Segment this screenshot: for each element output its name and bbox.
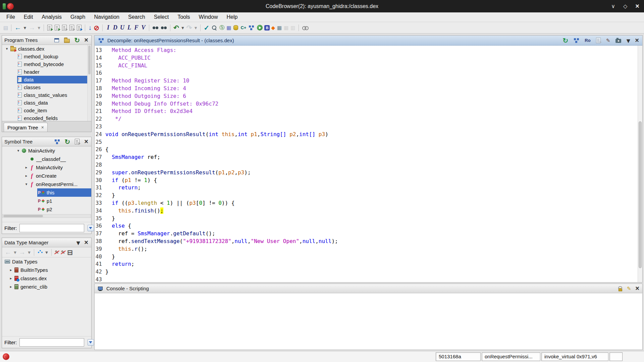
tree-item-classes-dex[interactable]: ▾classes.dex: [2, 45, 91, 53]
copy-button[interactable]: [596, 38, 601, 43]
toggle-labels-button[interactable]: L: [126, 24, 132, 31]
close-panel-button[interactable]: ×: [84, 138, 89, 146]
close-window-button[interactable]: ×: [635, 2, 640, 10]
code-line[interactable]: 36 else {: [95, 222, 638, 230]
memory-page-button-3[interactable]: [62, 25, 67, 31]
snapshot-button[interactable]: [75, 139, 79, 144]
memory-page-button-5[interactable]: [77, 25, 82, 31]
tree-window-button[interactable]: [54, 38, 59, 42]
link-navigation-button[interactable]: [302, 26, 308, 29]
menu-select[interactable]: Select: [150, 13, 173, 21]
expand-arrow[interactable]: ▸: [8, 285, 14, 289]
redo-button[interactable]: ↷: [186, 24, 193, 32]
code-line[interactable]: 13 Method Access Flags:: [95, 47, 638, 54]
open-program-folder-button[interactable]: [64, 39, 70, 43]
code-line[interactable]: 34 this.finish();: [95, 207, 638, 215]
save-button[interactable]: ▤: [3, 24, 9, 32]
expand-arrow[interactable]: ▸: [23, 174, 29, 178]
toggle-data-button[interactable]: D: [112, 24, 118, 31]
memory-page-button-2[interactable]: [55, 25, 59, 31]
code-line[interactable]: 19 Method Outgoing Size: 6: [95, 93, 638, 100]
code-line[interactable]: 43: [95, 276, 638, 282]
redo-dropdown[interactable]: ▾: [193, 24, 198, 32]
menu-analysis[interactable]: Analysis: [37, 13, 66, 21]
font-size-sample[interactable]: Ro: [584, 38, 591, 43]
code-line[interactable]: 17 Method Register Size: 10: [95, 77, 638, 85]
tree-item-header[interactable]: header: [2, 68, 91, 76]
code-line[interactable]: 31 return;: [95, 184, 638, 192]
decompile-scrollbar[interactable]: [638, 46, 642, 282]
scroll-lock-button[interactable]: [619, 288, 622, 291]
close-panel-button[interactable]: ×: [84, 239, 89, 247]
auto-analyze-button[interactable]: ✓: [203, 24, 210, 32]
code-line[interactable]: 16: [95, 69, 638, 77]
expand-arrow[interactable]: ▸: [8, 276, 14, 281]
type-back-dropdown[interactable]: ▾: [13, 248, 17, 256]
tree-item-classes[interactable]: classes: [2, 83, 91, 91]
expand-arrow[interactable]: ▾: [15, 148, 21, 153]
code-line[interactable]: 30 if (p1 != 1) {: [95, 177, 638, 184]
undo-dropdown[interactable]: ▾: [180, 24, 185, 32]
code-line[interactable]: 23: [95, 123, 638, 131]
menu-help[interactable]: Help: [222, 13, 242, 21]
refresh-symbols-button[interactable]: ↻: [64, 138, 71, 146]
memory-map-button[interactable]: ▥: [290, 24, 296, 32]
expand-arrow[interactable]: ▸: [8, 268, 14, 272]
run-script-button[interactable]: [257, 25, 263, 31]
bookmarks-table-button[interactable]: ▦: [226, 24, 232, 32]
expand-arrow[interactable]: ▸: [23, 165, 29, 170]
search-memory-button[interactable]: [153, 26, 158, 29]
tree-item-oncreate[interactable]: ▸fonCreate: [2, 172, 91, 180]
code-line[interactable]: 32 }: [95, 192, 638, 199]
symbol-chart-button[interactable]: [54, 139, 60, 144]
tree-item-mainactivity[interactable]: ▾MainActivity: [2, 146, 91, 155]
script-manager-button[interactable]: Ⓢ: [219, 24, 225, 32]
filter-options-button[interactable]: [88, 339, 94, 346]
console-output[interactable]: [95, 293, 642, 350]
maximize-button[interactable]: ◇: [623, 2, 628, 10]
code-line[interactable]: 26{: [95, 146, 638, 154]
scrollbar-thumb[interactable]: [88, 46, 91, 74]
listing-table-button[interactable]: ▦: [276, 24, 282, 32]
scrollbar-thumb[interactable]: [3, 215, 43, 217]
decompiled-code[interactable]: 13 Method Access Flags: 14 ACC_PUBLIC15 …: [95, 46, 638, 282]
function-graph-button[interactable]: [249, 25, 254, 30]
tree-item-encoded-fields[interactable]: encoded_fields: [2, 114, 91, 121]
cpp-class-button[interactable]: C+: [240, 25, 247, 30]
code-line[interactable]: 41 return;: [95, 260, 638, 268]
shade-button[interactable]: ∨: [610, 2, 616, 10]
toggle-functions-button[interactable]: F: [133, 24, 140, 31]
disable-edit-filter-button[interactable]: ✎: [54, 248, 60, 256]
type-back-button[interactable]: ←: [4, 248, 12, 256]
tree-item-class-data[interactable]: class_data: [2, 99, 91, 107]
code-line[interactable]: 21 Method ID Offset: 0x2d3e4: [95, 108, 638, 115]
tree-item-classes-dex[interactable]: ▸classes.dex: [2, 274, 91, 283]
scrollbar-thumb[interactable]: [639, 121, 642, 268]
menu-graph[interactable]: Graph: [66, 13, 90, 21]
forward-button[interactable]: →: [28, 24, 36, 32]
menu-search[interactable]: Search: [124, 13, 150, 21]
go-to-button[interactable]: ↓: [88, 24, 92, 32]
type-forward-dropdown[interactable]: ▾: [27, 248, 32, 256]
code-line[interactable]: 14 ACC_PUBLIC: [95, 54, 638, 62]
code-line[interactable]: 25: [95, 138, 638, 146]
close-panel-button[interactable]: ×: [634, 37, 640, 45]
code-line[interactable]: 40 }: [95, 253, 638, 261]
code-line[interactable]: 15 ACC_FINAL: [95, 62, 638, 70]
code-line[interactable]: 33 if ((p3.length < 1) || (p3[0] != 0)) …: [95, 199, 638, 207]
toggle-undefined-button[interactable]: U: [119, 24, 125, 31]
byte-viewer-button[interactable]: B: [264, 25, 270, 31]
arr angement-button[interactable]: [38, 250, 43, 255]
tree-item-method-lookup[interactable]: method_lookup: [2, 53, 91, 60]
memory-page-button-4[interactable]: [69, 25, 74, 31]
text-search-button[interactable]: [212, 25, 217, 31]
symbol-tree-hscrollbar[interactable]: [2, 214, 91, 218]
datatype-filter-input[interactable]: [19, 338, 84, 347]
type-forward-button[interactable]: →: [18, 248, 26, 256]
search-program-text-button[interactable]: [161, 26, 167, 29]
code-line[interactable]: 28: [95, 161, 638, 169]
tree-item-onrequestpermi[interactable]: ▾fonRequestPermi...: [2, 180, 91, 188]
code-line[interactable]: 27 SmsManager ref;: [95, 154, 638, 161]
tree-item-code-item[interactable]: code_item: [2, 107, 91, 114]
panel-menu-dropdown[interactable]: ▾: [76, 239, 80, 247]
